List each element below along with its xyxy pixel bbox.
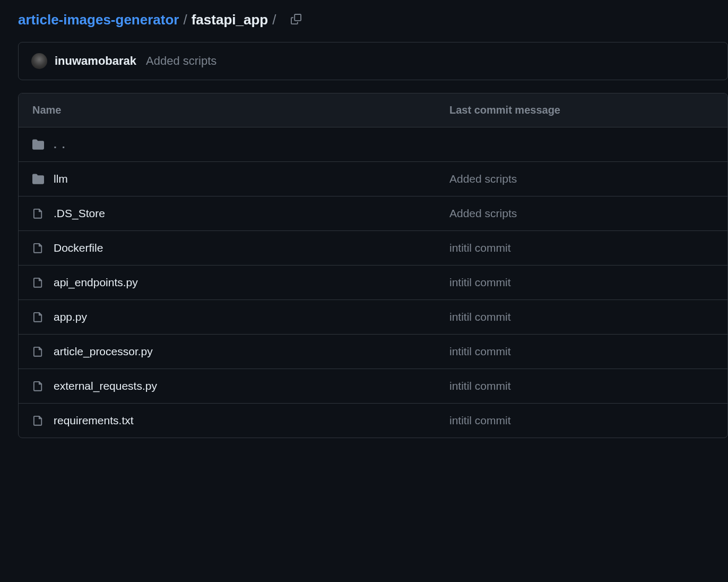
file-name-link[interactable]: api_endpoints.py [54, 276, 138, 289]
header-commit: Last commit message [449, 104, 714, 116]
breadcrumb-current: fastapi_app [192, 12, 268, 28]
file-name-link[interactable]: requirements.txt [54, 414, 134, 427]
commit-message-link[interactable]: Added scripts [449, 173, 517, 185]
file-table-header: Name Last commit message [19, 93, 727, 127]
table-row: external_requests.pyintitil commit [19, 369, 727, 404]
table-row: app.pyintitil commit [19, 300, 727, 335]
folder-icon [32, 139, 44, 150]
file-name-link[interactable]: Dockerfile [54, 242, 103, 254]
commit-message[interactable]: Added scripts [146, 54, 216, 68]
file-name-link[interactable]: external_requests.py [54, 380, 157, 392]
copy-path-button[interactable] [288, 11, 305, 29]
file-icon [32, 415, 44, 426]
table-row: Dockerfileintitil commit [19, 231, 727, 266]
file-icon [32, 380, 44, 392]
file-icon [32, 242, 44, 254]
table-row: api_endpoints.pyintitil commit [19, 266, 727, 300]
file-icon [32, 277, 44, 288]
file-icon [32, 346, 44, 357]
file-name-link[interactable]: app.py [54, 311, 87, 323]
breadcrumb: article-images-generator / fastapi_app / [18, 11, 728, 29]
header-name: Name [32, 104, 449, 116]
breadcrumb-separator-trailing: / [272, 12, 276, 28]
file-table: Name Last commit message . . llmAdded sc… [18, 93, 728, 438]
file-icon [32, 208, 44, 219]
commit-message-link[interactable]: intitil commit [449, 414, 511, 426]
table-row-parent[interactable]: . . [19, 127, 727, 162]
commit-message-link[interactable]: intitil commit [449, 276, 511, 288]
file-name-link[interactable]: article_processor.py [54, 345, 153, 358]
parent-dir-link[interactable]: . . [54, 138, 66, 151]
file-name-link[interactable]: llm [54, 173, 68, 185]
latest-commit-bar[interactable]: inuwamobarak Added scripts [18, 42, 728, 80]
commit-message-link[interactable]: intitil commit [449, 311, 511, 323]
breadcrumb-repo-link[interactable]: article-images-generator [18, 12, 179, 28]
commit-message-link[interactable]: intitil commit [449, 380, 511, 392]
commit-message-link[interactable]: intitil commit [449, 242, 511, 254]
table-row: .DS_StoreAdded scripts [19, 196, 727, 231]
table-row: llmAdded scripts [19, 162, 727, 196]
commit-author[interactable]: inuwamobarak [55, 54, 136, 68]
copy-icon [291, 14, 301, 26]
table-row: article_processor.pyintitil commit [19, 335, 727, 369]
commit-message-link[interactable]: Added scripts [449, 207, 517, 219]
table-row: requirements.txtintitil commit [19, 404, 727, 438]
folder-icon [32, 173, 44, 185]
avatar[interactable] [31, 53, 47, 69]
file-name-link[interactable]: .DS_Store [54, 207, 105, 220]
breadcrumb-separator: / [183, 12, 187, 28]
file-icon [32, 311, 44, 323]
commit-message-link[interactable]: intitil commit [449, 345, 511, 357]
